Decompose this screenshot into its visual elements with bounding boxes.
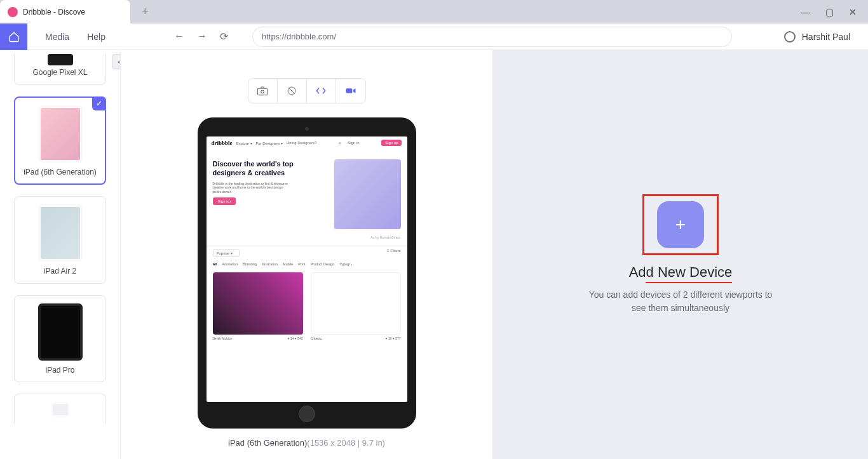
device-thumbnail bbox=[51, 402, 70, 417]
signin-link[interactable]: Sign in bbox=[348, 141, 359, 145]
device-thumbnail bbox=[38, 303, 83, 361]
block-icon bbox=[287, 86, 297, 96]
close-button[interactable]: ✕ bbox=[849, 7, 857, 17]
svg-point-1 bbox=[261, 90, 264, 93]
avatar-icon bbox=[784, 31, 796, 43]
device-name: iPad Air 2 bbox=[20, 267, 100, 277]
favicon bbox=[8, 7, 18, 17]
reload-button[interactable]: ⟳ bbox=[220, 30, 228, 43]
ipad-frame: dribbble Explore ▾ For Designers ▾ Hirin… bbox=[198, 117, 416, 429]
device-card-iphone[interactable] bbox=[14, 394, 106, 423]
caption-name: iPad (6th Generation) bbox=[228, 438, 307, 448]
shot-1[interactable]: Derek Moldon ♥ 14 ♥ 542 bbox=[213, 272, 303, 342]
nav-hiring[interactable]: Hiring Designers? bbox=[287, 141, 317, 145]
device-name: iPad (6th Generation) bbox=[20, 168, 100, 178]
titlebar: Dribbble - Discove + — ▢ ✕ bbox=[0, 0, 868, 23]
plus-icon: + bbox=[675, 215, 686, 235]
preview-pane: dribbble Explore ▾ For Designers ▾ Hirin… bbox=[121, 50, 493, 459]
toolbar: Media Help ← → ⟳ https://dribbble.com/ H… bbox=[0, 23, 868, 50]
cat-all[interactable]: All bbox=[213, 262, 217, 266]
shot-image bbox=[311, 272, 401, 335]
add-button-highlight: + bbox=[642, 194, 719, 255]
add-device-pane: + Add New Device You can add devices of … bbox=[493, 50, 868, 459]
dribbble-logo[interactable]: dribbble bbox=[212, 140, 233, 146]
window-controls: — ▢ ✕ bbox=[790, 7, 868, 17]
svg-rect-0 bbox=[258, 88, 268, 95]
back-button[interactable]: ← bbox=[174, 30, 184, 43]
cat-illustration[interactable]: Illustration bbox=[262, 262, 278, 266]
nav-explore[interactable]: Explore ▾ bbox=[236, 141, 252, 145]
browser-tab[interactable]: Dribbble - Discove bbox=[0, 0, 130, 23]
add-device-title: Add New Device bbox=[629, 264, 733, 281]
signup-button[interactable]: Sign up bbox=[381, 140, 402, 146]
add-device-description: You can add devices of 2 different viewp… bbox=[588, 288, 773, 315]
device-card-ipad-air2[interactable]: iPad Air 2 bbox=[14, 196, 106, 284]
url-input[interactable]: https://dribbble.com/ bbox=[252, 27, 732, 47]
maximize-button[interactable]: ▢ bbox=[825, 7, 834, 17]
popular-select[interactable]: Popular ▾ bbox=[213, 249, 240, 257]
shot-image bbox=[213, 272, 303, 335]
new-tab-button[interactable]: + bbox=[142, 5, 149, 18]
video-icon bbox=[345, 86, 356, 95]
svg-marker-5 bbox=[353, 88, 355, 93]
action-bar bbox=[248, 78, 366, 103]
code-button[interactable] bbox=[307, 79, 336, 103]
shot-author: Cuberto bbox=[311, 336, 322, 340]
caption-dims: (1536 x 2048 | 9.7 in) bbox=[307, 438, 385, 448]
cat-mobile[interactable]: Mobile bbox=[283, 262, 293, 266]
device-thumbnail bbox=[48, 54, 73, 65]
shot-2[interactable]: Cuberto ♥ 18 ♥ 577 bbox=[311, 272, 401, 342]
shot-author: Derek Moldon bbox=[213, 336, 233, 340]
home-icon bbox=[8, 31, 20, 43]
hero-image bbox=[334, 159, 400, 229]
user-area[interactable]: Harshit Paul bbox=[784, 31, 868, 43]
record-button[interactable] bbox=[336, 79, 365, 103]
cat-animation[interactable]: Animation bbox=[222, 262, 238, 266]
add-device-button[interactable]: + bbox=[657, 201, 704, 248]
svg-rect-4 bbox=[346, 88, 352, 93]
device-thumbnail bbox=[38, 204, 83, 262]
search-icon[interactable]: ⌕ bbox=[339, 141, 341, 145]
cat-print[interactable]: Print bbox=[298, 262, 305, 266]
ipad-camera bbox=[305, 127, 309, 131]
screenshot-button[interactable] bbox=[248, 79, 278, 103]
ipad-home-button[interactable] bbox=[299, 406, 315, 422]
device-name: iPad Pro bbox=[20, 366, 100, 376]
ipad-screen[interactable]: dribbble Explore ▾ For Designers ▾ Hirin… bbox=[207, 136, 407, 402]
device-card-pixel-xl[interactable]: Google Pixel XL bbox=[14, 54, 106, 85]
filters-button[interactable]: ≡ Filters bbox=[387, 249, 401, 257]
shot-likes: ♥ 18 ♥ 577 bbox=[385, 336, 400, 340]
camera-icon bbox=[257, 86, 268, 96]
tab-title: Dribbble - Discove bbox=[23, 8, 85, 17]
forward-button[interactable]: → bbox=[197, 30, 207, 43]
device-name: Google Pixel XL bbox=[20, 68, 100, 78]
cat-branding[interactable]: Branding bbox=[243, 262, 257, 266]
hero-subtitle: Dribbble is the leading destination to f… bbox=[213, 182, 295, 194]
collapse-sidebar-button[interactable]: « bbox=[112, 54, 121, 69]
hero-signup-button[interactable]: Sign up bbox=[213, 197, 236, 205]
check-icon: ✓ bbox=[92, 96, 106, 110]
media-link[interactable]: Media bbox=[45, 32, 69, 42]
shot-likes: ♥ 14 ♥ 542 bbox=[287, 336, 302, 340]
code-icon bbox=[315, 86, 327, 95]
hero-credit: Art by Romain Briaux bbox=[207, 236, 407, 239]
svg-line-3 bbox=[288, 88, 294, 93]
nav-designers[interactable]: For Designers ▾ bbox=[256, 141, 283, 145]
cat-product[interactable]: Product Design bbox=[311, 262, 335, 266]
device-card-ipad-6[interactable]: ✓ iPad (6th Generation) bbox=[14, 96, 106, 185]
hero-title: Discover the world's top designers & cre… bbox=[213, 159, 329, 178]
block-button[interactable] bbox=[278, 79, 307, 103]
home-button[interactable] bbox=[0, 23, 27, 50]
minimize-button[interactable]: — bbox=[801, 7, 810, 17]
cat-typography[interactable]: Typogr › bbox=[339, 262, 352, 266]
username: Harshit Paul bbox=[802, 32, 850, 42]
device-thumbnail bbox=[38, 105, 83, 163]
categories: All Animation Branding Illustration Mobi… bbox=[207, 260, 407, 269]
preview-caption: iPad (6th Generation)(1536 x 2048 | 9.7 … bbox=[228, 438, 385, 448]
help-link[interactable]: Help bbox=[87, 32, 105, 42]
device-card-ipad-pro[interactable]: iPad Pro bbox=[14, 295, 106, 383]
device-sidebar: « Google Pixel XL ✓ iPad (6th Generation… bbox=[0, 50, 121, 459]
